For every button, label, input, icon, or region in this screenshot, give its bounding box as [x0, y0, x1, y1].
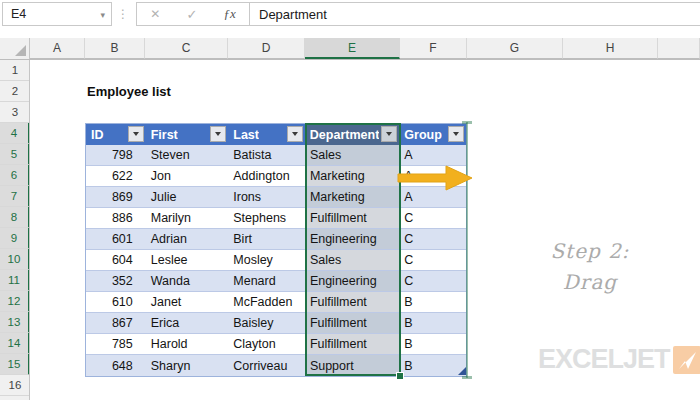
name-box[interactable]: E4 ▾: [2, 2, 112, 26]
cell-id[interactable]: 604: [86, 250, 146, 271]
row-header-13[interactable]: 13: [0, 312, 30, 333]
formula-bar-input[interactable]: Department: [249, 2, 700, 26]
cell-department[interactable]: Support: [305, 355, 399, 376]
row-header-16[interactable]: 16: [0, 375, 30, 396]
table-header-first[interactable]: First: [146, 124, 229, 145]
row-header-5[interactable]: 5: [0, 144, 30, 165]
cell-department[interactable]: Sales: [305, 145, 399, 166]
fill-handle[interactable]: [396, 372, 404, 380]
cell-last[interactable]: Mosley: [228, 250, 305, 271]
filter-dropdown-button[interactable]: [381, 126, 397, 142]
enter-icon[interactable]: ✓: [186, 7, 197, 22]
cell-group[interactable]: B: [399, 334, 466, 355]
cell-id[interactable]: 648: [86, 355, 146, 376]
cell-id[interactable]: 869: [86, 187, 146, 208]
column-header-C[interactable]: C: [145, 38, 228, 59]
cell-last[interactable]: Corriveau: [228, 355, 305, 376]
select-all-button[interactable]: [0, 38, 30, 59]
sheet-title: Employee list: [87, 84, 171, 99]
cell-first[interactable]: Erica: [146, 313, 229, 334]
cell-first[interactable]: Leslee: [146, 250, 229, 271]
cell-department[interactable]: Fulfillment: [305, 313, 399, 334]
cell-last[interactable]: Baisley: [228, 313, 305, 334]
filter-dropdown-button[interactable]: [287, 126, 303, 142]
cell-department[interactable]: Fulfillment: [305, 208, 399, 229]
table-header-group[interactable]: Group: [399, 124, 466, 145]
cell-id[interactable]: 785: [86, 334, 146, 355]
filter-dropdown-icon: [292, 132, 298, 136]
row-header-7[interactable]: 7: [0, 186, 30, 207]
formula-bar-buttons: ✕ ✓ ƒx: [136, 2, 250, 26]
cell-first[interactable]: Adrian: [146, 229, 229, 250]
cell-department[interactable]: Engineering: [305, 229, 399, 250]
cell-first[interactable]: Wanda: [146, 271, 229, 292]
column-header-E[interactable]: E: [305, 38, 400, 59]
row-header-2[interactable]: 2: [0, 81, 30, 102]
row-header-11[interactable]: 11: [0, 270, 30, 291]
name-box-dropdown-icon[interactable]: ▾: [100, 10, 105, 20]
row-header-12[interactable]: 12: [0, 291, 30, 312]
column-header-B[interactable]: B: [85, 38, 145, 59]
row-header-17[interactable]: 17: [0, 396, 30, 400]
cell-last[interactable]: Stephens: [228, 208, 305, 229]
cell-group[interactable]: C: [399, 229, 466, 250]
cell-department[interactable]: Sales: [305, 250, 399, 271]
cell-id[interactable]: 798: [86, 145, 146, 166]
cell-first[interactable]: Steven: [146, 145, 229, 166]
row-header-6[interactable]: 6: [0, 165, 30, 186]
cell-department[interactable]: Marketing: [305, 166, 399, 187]
column-header-H[interactable]: H: [563, 38, 658, 59]
column-header-D[interactable]: D: [228, 38, 305, 59]
cell-group[interactable]: B: [399, 355, 466, 376]
filter-dropdown-button[interactable]: [448, 126, 464, 142]
row-header-4[interactable]: 4: [0, 123, 30, 144]
cancel-icon[interactable]: ✕: [150, 7, 160, 21]
cell-department[interactable]: Fulfillment: [305, 292, 399, 313]
cell-last[interactable]: Birt: [228, 229, 305, 250]
cell-id[interactable]: 867: [86, 313, 146, 334]
cell-group[interactable]: B: [399, 292, 466, 313]
cell-last[interactable]: McFadden: [228, 292, 305, 313]
row-header-10[interactable]: 10: [0, 249, 30, 270]
cell-group[interactable]: C: [399, 208, 466, 229]
row-header-9[interactable]: 9: [0, 228, 30, 249]
table-resize-handle[interactable]: [458, 367, 466, 375]
cell-department[interactable]: Engineering: [305, 271, 399, 292]
cell-last[interactable]: Batista: [228, 145, 305, 166]
cell-first[interactable]: Jon: [146, 166, 229, 187]
table-header-department[interactable]: Department: [305, 124, 400, 145]
cell-group[interactable]: C: [399, 271, 466, 292]
cell-first[interactable]: Sharyn: [146, 355, 229, 376]
cell-first[interactable]: Julie: [146, 187, 229, 208]
cell-last[interactable]: Clayton: [228, 334, 305, 355]
column-header-F[interactable]: F: [400, 38, 467, 59]
filter-dropdown-button[interactable]: [210, 126, 226, 142]
cell-group[interactable]: B: [399, 313, 466, 334]
cell-group[interactable]: C: [399, 250, 466, 271]
row-header-14[interactable]: 14: [0, 333, 30, 354]
cell-id[interactable]: 352: [86, 271, 146, 292]
row-header-8[interactable]: 8: [0, 207, 30, 228]
cell-id[interactable]: 610: [86, 292, 146, 313]
row-header-1[interactable]: 1: [0, 60, 30, 81]
cell-last[interactable]: Menard: [228, 271, 305, 292]
cell-id[interactable]: 601: [86, 229, 146, 250]
cell-last[interactable]: Irons: [228, 187, 305, 208]
cell-first[interactable]: Harold: [146, 334, 229, 355]
row-header-3[interactable]: 3: [0, 102, 30, 123]
column-header-G[interactable]: G: [467, 38, 563, 59]
table-header-last[interactable]: Last: [228, 124, 305, 145]
cell-department[interactable]: Marketing: [305, 187, 399, 208]
cell-first[interactable]: Janet: [146, 292, 229, 313]
cell-department[interactable]: Fulfillment: [305, 334, 399, 355]
insert-function-icon[interactable]: ƒx: [224, 6, 236, 22]
filter-dropdown-button[interactable]: [128, 126, 144, 142]
row-header-15[interactable]: 15: [0, 354, 30, 375]
cell-first[interactable]: Marilyn: [146, 208, 229, 229]
cell-last[interactable]: Addington: [228, 166, 305, 187]
cell-id[interactable]: 886: [86, 208, 146, 229]
cell-id[interactable]: 622: [86, 166, 146, 187]
column-header-A[interactable]: A: [30, 38, 85, 59]
table-header-id[interactable]: ID: [86, 124, 146, 145]
cell-group[interactable]: A: [399, 145, 466, 166]
